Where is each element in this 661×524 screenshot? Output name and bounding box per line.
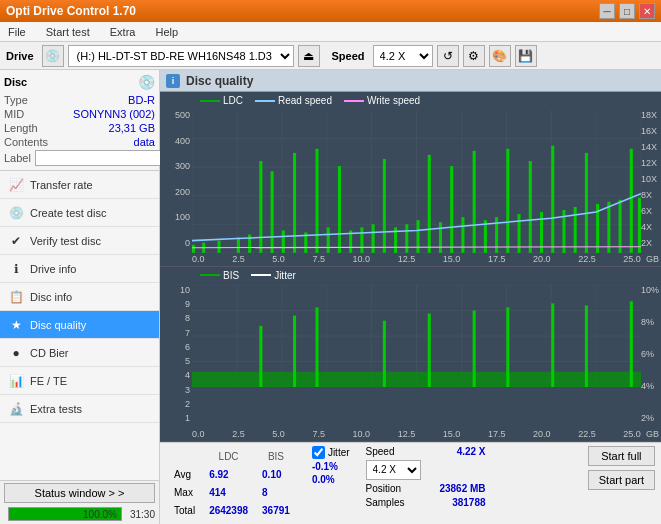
jitter-checkbox-label[interactable]: Jitter <box>312 446 350 459</box>
cd-bier-icon: ● <box>8 345 24 361</box>
drive-select[interactable]: (H:) HL-DT-ST BD-RE WH16NS48 1.D3 <box>68 45 294 67</box>
drive-toolbar: Drive 💿 (H:) HL-DT-ST BD-RE WH16NS48 1.D… <box>0 42 661 70</box>
samples-label: Samples <box>366 497 405 508</box>
drive-icon: 💿 <box>42 45 64 67</box>
speed-select[interactable]: 4.2 X Max 2.0 X <box>373 45 433 67</box>
disc-contents-row: Contents data <box>4 136 155 148</box>
samples-value: 381788 <box>452 497 485 508</box>
stats-total-label: Total <box>168 503 201 519</box>
sidebar-item-label-verify-test-disc: Verify test disc <box>30 235 101 247</box>
ldc-y-axis-right: 18X 16X 14X 12X 10X 8X 6X 4X 2X <box>639 110 661 248</box>
ldc-legend-label: LDC <box>223 95 243 106</box>
svg-rect-53 <box>607 202 610 253</box>
menu-extra[interactable]: Extra <box>106 24 140 40</box>
jitter-checkbox[interactable] <box>312 446 325 459</box>
svg-rect-19 <box>218 241 221 253</box>
svg-rect-80 <box>551 303 554 387</box>
speed-row-value: 4.22 X <box>457 446 486 457</box>
svg-rect-39 <box>450 166 453 253</box>
sidebar-item-label-transfer-rate: Transfer rate <box>30 179 93 191</box>
disc-type-row: Type BD-R <box>4 94 155 106</box>
sidebar-item-cd-bier[interactable]: ● CD Bier <box>0 339 159 367</box>
disc-label-input[interactable] <box>35 150 168 166</box>
disc-quality-header-icon: i <box>166 74 180 88</box>
svg-rect-29 <box>338 166 341 253</box>
speed-dropdown[interactable]: 4.2 X Max 2.0 X <box>366 460 421 480</box>
stats-avg-label: Avg <box>168 466 201 482</box>
speed-row: Speed 4.22 X <box>366 446 486 457</box>
sidebar-item-disc-info[interactable]: 📋 Disc info <box>0 283 159 311</box>
save-button[interactable]: 💾 <box>515 45 537 67</box>
sidebar-item-create-test-disc[interactable]: 💿 Create test disc <box>0 199 159 227</box>
sidebar-item-label-fe-te: FE / TE <box>30 375 67 387</box>
stats-col-ldc: LDC <box>203 448 254 464</box>
legend-bis: BIS <box>200 270 239 281</box>
disc-label-text: Label <box>4 152 31 164</box>
svg-rect-55 <box>630 149 633 253</box>
svg-rect-51 <box>585 153 588 253</box>
disc-info-icon: 📋 <box>8 289 24 305</box>
jitter-section: Jitter -0.1% 0.0% <box>312 446 350 521</box>
sidebar-item-label-extra-tests: Extra tests <box>30 403 82 415</box>
stats-total-row: Total 2642398 36791 <box>168 503 296 519</box>
disc-mid-value: SONYNN3 (002) <box>73 108 155 120</box>
svg-rect-46 <box>529 161 532 253</box>
jitter-avg-row: -0.1% <box>312 461 350 472</box>
legend-jitter: Jitter <box>251 270 296 281</box>
stats-max-row: Max 414 8 <box>168 484 296 500</box>
progress-text: 100.0% <box>83 508 117 521</box>
ldc-x-gb-label: GB <box>646 254 659 264</box>
read-speed-legend-label: Read speed <box>278 95 332 106</box>
svg-rect-50 <box>574 207 577 253</box>
menu-bar: File Start test Extra Help <box>0 22 661 42</box>
sidebar-item-drive-info[interactable]: ℹ Drive info <box>0 255 159 283</box>
minimize-button[interactable]: ─ <box>599 3 615 19</box>
svg-rect-44 <box>506 149 509 253</box>
ldc-x-axis: 0.02.55.07.510.012.515.017.520.022.525.0 <box>192 254 641 264</box>
sidebar-item-label-disc-info: Disc info <box>30 291 72 303</box>
refresh-button[interactable]: ↺ <box>437 45 459 67</box>
disc-section-title: Disc <box>4 76 27 88</box>
settings-button[interactable]: ⚙ <box>463 45 485 67</box>
sidebar-item-fe-te[interactable]: 📊 FE / TE <box>0 367 159 395</box>
legend-read-speed: Read speed <box>255 95 332 106</box>
ldc-chart-svg <box>192 110 641 253</box>
maximize-button[interactable]: □ <box>619 3 635 19</box>
menu-help[interactable]: Help <box>151 24 182 40</box>
svg-rect-81 <box>585 305 588 387</box>
sidebar-item-transfer-rate[interactable]: 📈 Transfer rate <box>0 171 159 199</box>
start-part-button[interactable]: Start part <box>588 470 655 490</box>
window-controls: ─ □ ✕ <box>599 3 655 19</box>
menu-file[interactable]: File <box>4 24 30 40</box>
status-window-button[interactable]: Status window > > <box>4 483 155 503</box>
disc-contents-value: data <box>134 136 155 148</box>
stats-col-empty <box>168 448 201 464</box>
sidebar-item-verify-test-disc[interactable]: ✔ Verify test disc <box>0 227 159 255</box>
svg-rect-79 <box>506 307 509 387</box>
content-area: i Disc quality LDC Read speed <box>160 70 661 524</box>
disc-length-row: Length 23,31 GB <box>4 122 155 134</box>
svg-rect-22 <box>259 161 262 253</box>
start-full-button[interactable]: Start full <box>588 446 655 466</box>
disc-mid-label: MID <box>4 108 24 120</box>
create-test-disc-icon: 💿 <box>8 205 24 221</box>
stats-max-label: Max <box>168 484 201 500</box>
color-button[interactable]: 🎨 <box>489 45 511 67</box>
speed-label: Speed <box>332 50 365 62</box>
eject-button[interactable]: ⏏ <box>298 45 320 67</box>
bis-legend-color <box>200 274 220 276</box>
sidebar-item-extra-tests[interactable]: 🔬 Extra tests <box>0 395 159 423</box>
disc-mid-row: MID SONYNN3 (002) <box>4 108 155 120</box>
disc-section: Disc 💿 Type BD-R MID SONYNN3 (002) Lengt… <box>0 70 159 171</box>
action-buttons: Start full Start part <box>588 446 655 521</box>
bis-y-axis-left: 10987654321 <box>160 285 192 423</box>
sidebar-item-disc-quality[interactable]: ★ Disc quality <box>0 311 159 339</box>
menu-start-test[interactable]: Start test <box>42 24 94 40</box>
svg-rect-74 <box>293 316 296 387</box>
jitter-label-text: Jitter <box>328 447 350 458</box>
stats-table: LDC BIS Avg 6.92 0.10 Max 414 8 Total <box>166 446 298 521</box>
speed-position-section: Speed 4.22 X 4.2 X Max 2.0 X Position 23… <box>366 446 486 521</box>
disc-quality-icon: ★ <box>8 317 24 333</box>
close-button[interactable]: ✕ <box>639 3 655 19</box>
status-bar-section: Status window > > 100.0% 31:30 Test comp… <box>0 480 159 524</box>
